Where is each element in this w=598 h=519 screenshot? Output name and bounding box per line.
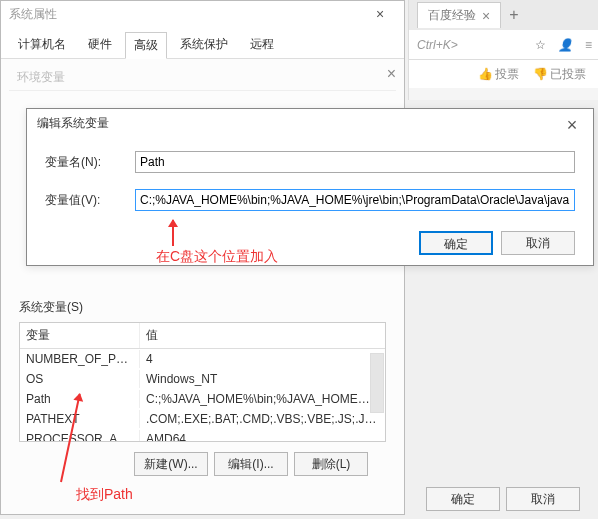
variable-name-input[interactable] bbox=[135, 151, 575, 173]
close-icon[interactable]: × bbox=[557, 111, 587, 139]
delete-button[interactable]: 删除(L) bbox=[294, 452, 368, 476]
env-vars-subheader: 环境变量 × bbox=[9, 65, 396, 91]
cancel-button[interactable]: 取消 bbox=[501, 231, 575, 255]
dialog-button-row: 确定 取消 bbox=[27, 227, 593, 255]
voted-label[interactable]: 👎 已投票 bbox=[533, 66, 586, 83]
edit-button[interactable]: 编辑(I)... bbox=[214, 452, 288, 476]
table-header: 变量 值 bbox=[20, 323, 385, 349]
dialog-titlebar: 编辑系统变量 × bbox=[27, 109, 593, 137]
col-header-value[interactable]: 值 bbox=[140, 323, 385, 348]
menu-icon[interactable]: ≡ bbox=[585, 38, 590, 52]
system-variables-label: 系统变量(S) bbox=[19, 299, 386, 316]
ok-button[interactable]: 确定 bbox=[419, 231, 493, 255]
variable-value-label: 变量值(V): bbox=[45, 192, 135, 209]
browser-window: 百度经验 × + Ctrl+K> ☆ 👤 ≡ 👍 投票 👎 已投票 bbox=[408, 0, 598, 100]
system-variables-group: 系统变量(S) 变量 值 NUMBER_OF_PR... 4 OS Window… bbox=[19, 299, 386, 476]
cancel-button[interactable]: 取消 bbox=[506, 487, 580, 511]
tab-computer-name[interactable]: 计算机名 bbox=[9, 31, 75, 58]
star-icon[interactable]: ☆ bbox=[535, 38, 546, 52]
variable-name-label: 变量名(N): bbox=[45, 154, 135, 171]
window-titlebar: 系统属性 × bbox=[1, 1, 404, 27]
col-header-name[interactable]: 变量 bbox=[20, 323, 140, 348]
tab-hardware[interactable]: 硬件 bbox=[79, 31, 121, 58]
page-toolbar: 👍 投票 👎 已投票 bbox=[409, 60, 598, 88]
envvars-okcancel: 确定 取消 bbox=[426, 487, 580, 511]
tab-protection[interactable]: 系统保护 bbox=[171, 31, 237, 58]
close-icon[interactable]: × bbox=[482, 8, 490, 24]
new-tab-button[interactable]: + bbox=[501, 6, 526, 24]
vote-button[interactable]: 👍 投票 bbox=[478, 66, 519, 83]
scrollbar[interactable] bbox=[370, 353, 384, 413]
close-icon[interactable]: × bbox=[387, 65, 396, 83]
variable-value-row: 变量值(V): bbox=[45, 189, 575, 211]
table-row[interactable]: NUMBER_OF_PR... 4 bbox=[20, 349, 385, 369]
edit-system-variable-dialog: 编辑系统变量 × 变量名(N): 变量值(V): 确定 取消 bbox=[26, 108, 594, 266]
dialog-form: 变量名(N): 变量值(V): bbox=[27, 137, 593, 211]
tab-strip: 计算机名 硬件 高级 系统保护 远程 bbox=[1, 27, 404, 59]
address-bar[interactable]: Ctrl+K> ☆ 👤 ≡ bbox=[409, 30, 598, 60]
env-vars-label: 环境变量 bbox=[17, 70, 65, 84]
browser-tab[interactable]: 百度经验 × bbox=[417, 2, 501, 28]
tab-remote[interactable]: 远程 bbox=[241, 31, 283, 58]
tab-advanced[interactable]: 高级 bbox=[125, 32, 167, 59]
browser-tab-label: 百度经验 bbox=[428, 7, 476, 24]
annotation-arrow-icon bbox=[172, 220, 174, 246]
variable-value-input[interactable] bbox=[135, 189, 575, 211]
sysvars-button-row: 新建(W)... 编辑(I)... 删除(L) bbox=[37, 452, 368, 476]
ok-button[interactable]: 确定 bbox=[426, 487, 500, 511]
close-icon[interactable]: × bbox=[360, 1, 400, 27]
table-row[interactable]: PROCESSOR_AR... AMD64 bbox=[20, 429, 385, 442]
table-row[interactable]: OS Windows_NT bbox=[20, 369, 385, 389]
new-button[interactable]: 新建(W)... bbox=[134, 452, 208, 476]
dialog-title: 编辑系统变量 bbox=[37, 116, 109, 130]
address-hint: Ctrl+K> bbox=[417, 38, 458, 52]
variable-name-row: 变量名(N): bbox=[45, 151, 575, 173]
browser-tab-row: 百度经验 × + bbox=[409, 0, 598, 30]
window-title: 系统属性 bbox=[9, 7, 57, 21]
person-icon[interactable]: 👤 bbox=[558, 38, 573, 52]
